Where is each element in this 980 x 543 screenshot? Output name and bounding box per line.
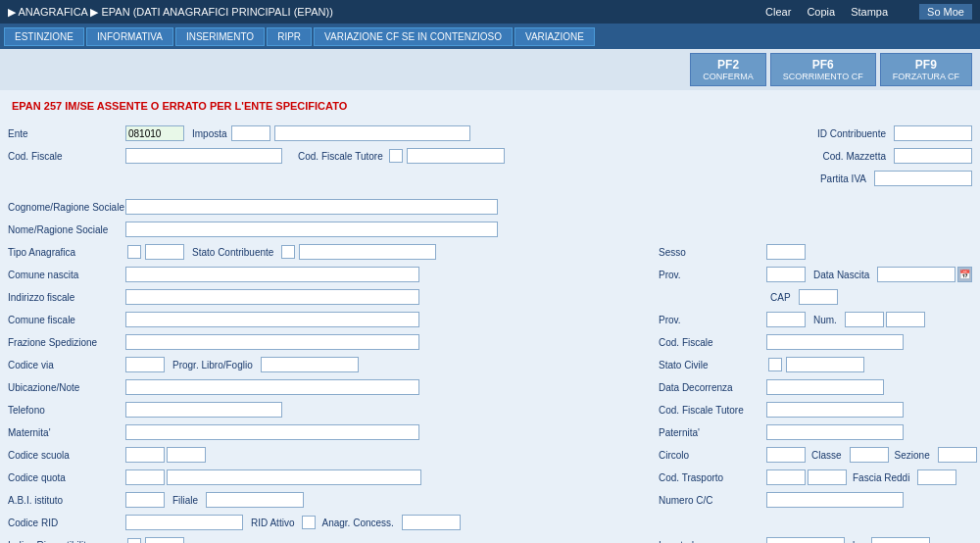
codice-quota-input[interactable] xyxy=(125,469,165,485)
telefono-label: Telefono xyxy=(8,405,125,416)
comune-fiscale-input[interactable] xyxy=(125,312,419,327)
copia-button[interactable]: Copia xyxy=(807,6,835,18)
progr-libro-input[interactable] xyxy=(261,357,359,372)
classe-input[interactable] xyxy=(850,447,889,463)
anagr-concess-input[interactable] xyxy=(402,515,461,530)
num-input[interactable] xyxy=(845,312,884,327)
codice-via-label: Codice via xyxy=(8,360,125,370)
partita-iva-input[interactable] xyxy=(874,171,972,186)
abi-input[interactable] xyxy=(125,492,165,508)
sesso-label: Sesso xyxy=(659,247,766,258)
indice-riscotib-input[interactable] xyxy=(145,537,184,543)
cognome-input[interactable] xyxy=(125,199,498,215)
codice-scuola-input[interactable] xyxy=(125,447,165,463)
cod-trasporto-input2[interactable] xyxy=(808,469,847,485)
ubicazione-input[interactable] xyxy=(125,379,419,395)
row-prov-num: Prov. Num. xyxy=(659,310,972,329)
clear-button[interactable]: Clear xyxy=(765,6,791,18)
tab-ripr[interactable]: RIPR xyxy=(267,27,312,46)
rid-attivo-checkbox[interactable] xyxy=(302,516,316,529)
maternita-input[interactable] xyxy=(125,424,419,440)
calendar-icon[interactable]: 📅 xyxy=(957,267,972,282)
circolo-input[interactable] xyxy=(766,447,806,463)
col-right: Sesso Prov. Data Nascita 📅 CAP Prov. xyxy=(659,242,972,543)
tipo-anagrafica-input[interactable] xyxy=(145,244,184,260)
sesso-input[interactable] xyxy=(766,244,806,260)
prov-nascita-input[interactable] xyxy=(766,267,806,282)
codice-rid-input[interactable] xyxy=(125,515,243,530)
stato-civile-input[interactable] xyxy=(786,357,864,372)
sezione-label: Sezione xyxy=(895,450,930,461)
pf2-button[interactable]: PF2 CONFERMA xyxy=(690,53,766,86)
nome-input[interactable] xyxy=(125,222,498,237)
cod-trasporto-label: Cod. Trasporto xyxy=(659,472,766,483)
num-label: Num. xyxy=(813,315,837,325)
stato-contribuente-checkbox[interactable] xyxy=(281,245,295,259)
by-input[interactable] xyxy=(871,537,930,543)
codice-rid-label: Codice RID xyxy=(8,518,125,528)
inserted-input[interactable] xyxy=(766,537,845,543)
row-data-decorrenza: Data Decorrenza xyxy=(659,377,972,397)
fascia-reddi-input[interactable] xyxy=(917,469,956,485)
cod-fiscale2-input[interactable] xyxy=(766,334,904,350)
row-cod-fiscale-right: Cod. Fiscale xyxy=(659,332,972,352)
ente-input[interactable] xyxy=(125,125,184,141)
tab-variazione-cf[interactable]: VARIAZIONE CF SE IN CONTENZIOSO xyxy=(314,27,513,46)
telefono-input[interactable] xyxy=(125,402,282,418)
row-cod-trasporto: Cod. Trasporto Fascia Reddi xyxy=(659,468,972,487)
id-contribuente-input[interactable] xyxy=(894,125,972,141)
tab-variazione[interactable]: VARIAZIONE xyxy=(514,27,595,46)
tipo-anagrafica-checkbox[interactable] xyxy=(127,245,141,259)
circolo-label: Circolo xyxy=(659,450,766,461)
cod-mazzetta-label: Cod. Mazzetta xyxy=(823,151,886,162)
row-inserted: Inserted by xyxy=(659,535,972,543)
row-rid-spacer xyxy=(659,513,972,532)
cap-input[interactable] xyxy=(799,289,838,305)
comune-nascita-input[interactable] xyxy=(125,267,419,282)
indice-riscotib-checkbox[interactable] xyxy=(127,538,141,543)
row-telefono: Telefono xyxy=(8,400,651,420)
data-decorrenza-input[interactable] xyxy=(766,379,884,395)
cod-mazzetta-input[interactable] xyxy=(894,148,972,164)
cod-trasporto-input[interactable] xyxy=(766,469,806,485)
indirizzo-input[interactable] xyxy=(125,289,419,305)
prov-fiscal-input[interactable] xyxy=(766,312,806,327)
codice-scuola-input2[interactable] xyxy=(167,447,206,463)
row-cod-fiscale-tutore-right: Cod. Fiscale Tutore xyxy=(659,400,972,420)
data-nascita-input[interactable] xyxy=(877,267,956,282)
maternita-label: Maternita' xyxy=(8,427,125,438)
pf6-button[interactable]: PF6 SCORRIMENTO CF xyxy=(770,53,876,86)
num-input2[interactable] xyxy=(886,312,925,327)
row-comune-nascita: Comune nascita xyxy=(8,265,651,284)
filiale-input[interactable] xyxy=(206,492,304,508)
row-cap: CAP xyxy=(659,287,972,307)
stampa-button[interactable]: Stampa xyxy=(851,6,888,18)
row-comune-fiscale: Comune fiscale xyxy=(8,310,651,329)
cod-fiscale-tutore2-input[interactable] xyxy=(766,402,904,418)
codice-quota-input2[interactable] xyxy=(167,469,421,485)
main-content: EPAN 257 IM/SE ASSENTE O ERRATO PER L'EN… xyxy=(0,90,980,543)
cod-fiscale-tutore-input[interactable] xyxy=(407,148,505,164)
frazione-input[interactable] xyxy=(125,334,419,350)
imposta-input2[interactable] xyxy=(274,125,470,141)
stato-contribuente-input[interactable] xyxy=(299,244,436,260)
row-circolo: Circolo Classe Sezione xyxy=(659,445,972,465)
prov-nascita-label: Prov. xyxy=(659,270,766,280)
paternita-input[interactable] xyxy=(766,424,904,440)
pf9-button[interactable]: PF9 FORZATURA CF xyxy=(880,53,972,86)
codice-quota-label: Codice quota xyxy=(8,472,125,483)
data-decorrenza-label: Data Decorrenza xyxy=(659,382,766,393)
numero-cc-input[interactable] xyxy=(766,492,904,508)
sezione-input[interactable] xyxy=(938,447,977,463)
row-tipo-anagrafica: Tipo Anagrafica Stato Contribuente xyxy=(8,242,651,262)
tab-inserimento[interactable]: INSERIMENTO xyxy=(175,27,265,46)
imposta-input[interactable] xyxy=(231,125,270,141)
stato-civile-checkbox[interactable] xyxy=(768,358,782,371)
id-contribuente-label: ID Contribuente xyxy=(817,128,886,139)
cod-fiscale-tutore-checkbox[interactable] xyxy=(389,149,403,163)
tab-informativa[interactable]: INFORMATIVA xyxy=(86,27,173,46)
row-paternita: Paternita' xyxy=(659,422,972,442)
codice-via-input[interactable] xyxy=(125,357,165,372)
tab-estinzione[interactable]: ESTINZIONE xyxy=(4,27,84,46)
cod-fiscale-input[interactable] xyxy=(125,148,282,164)
